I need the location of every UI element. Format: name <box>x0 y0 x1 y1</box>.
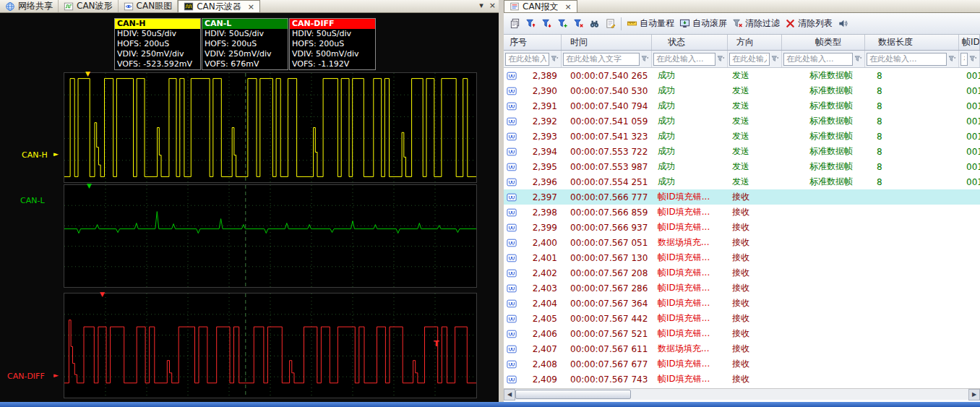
table-row[interactable]: 2,38900:00:07.540 265成功发送标准数据帧8001 1 <box>504 68 980 83</box>
filter-input-dir[interactable] <box>729 53 770 66</box>
column-header-dir[interactable]: 方向 <box>728 35 782 50</box>
pane-close-icon[interactable]: × <box>489 1 496 10</box>
sound-button[interactable] <box>838 18 848 29</box>
filter-down-button[interactable] <box>541 18 552 29</box>
note-button[interactable] <box>605 18 616 29</box>
filter-input-seq[interactable] <box>505 53 549 66</box>
cell-frame-id: 001 1 <box>959 159 980 174</box>
binoculars-icon <box>589 18 600 29</box>
cell-frame-type <box>782 326 865 341</box>
cell-frame-type <box>782 356 865 372</box>
tab-network-share[interactable]: 网络共享 <box>0 0 59 12</box>
horizontal-scrollbar[interactable]: ◀ ▶ <box>504 388 980 400</box>
column-header-status[interactable]: 状态 <box>652 35 728 50</box>
table-row[interactable]: 2,39600:00:07.554 251成功发送标准数据帧8001 1 <box>504 174 980 189</box>
table-row[interactable]: 2,40200:00:07.567 208帧ID填充错...接收 <box>504 265 980 280</box>
table-row[interactable]: 2,40700:00:07.567 611数据场填充...接收 <box>504 341 980 356</box>
table-row[interactable]: 2,39400:00:07.553 722成功发送标准数据帧8001 1 <box>504 144 980 159</box>
tab-menu-icon[interactable]: ▾ <box>479 1 483 10</box>
table-row[interactable]: 2,40300:00:07.567 286帧ID填充错...接收 <box>504 280 980 296</box>
auto-scroll-button[interactable]: 自动滚屏 <box>679 17 727 30</box>
cell-direction: 接收 <box>728 341 782 356</box>
table-row[interactable]: 2,40100:00:07.567 130帧ID填充错...接收 <box>504 250 980 265</box>
scroll-left-button[interactable]: ◀ <box>504 389 515 400</box>
table-row[interactable]: 2,40800:00:07.567 677帧ID填充错...接收 <box>504 356 980 372</box>
filter-up-button[interactable] <box>525 18 536 29</box>
cell-frame-id <box>959 205 980 220</box>
table-row[interactable]: 2,39900:00:07.566 937帧ID填充错...接收 <box>504 220 980 235</box>
filter-input-time[interactable] <box>563 53 640 66</box>
filter-funnel-icon[interactable] <box>716 54 726 64</box>
trigger-marker-can-h[interactable]: ▼ <box>85 71 90 77</box>
scrollbar-thumb[interactable] <box>515 390 631 399</box>
trigger-level-marker[interactable]: T <box>434 340 439 348</box>
table-row[interactable]: 2,39500:00:07.553 987成功发送标准数据帧8001 1 <box>504 159 980 174</box>
filter-remove-button[interactable] <box>573 18 584 29</box>
auto-range-button[interactable]: 自动量程 <box>627 17 674 30</box>
table-row[interactable]: 2,39800:00:07.566 859帧ID填充错...接收 <box>504 205 980 220</box>
ruler-icon <box>627 18 637 29</box>
table-row[interactable]: 2,39300:00:07.541 323成功发送标准数据帧8001 1 <box>504 129 980 144</box>
filter-funnel-icon[interactable] <box>968 54 978 64</box>
cell-status: 成功 <box>652 68 728 83</box>
device-icon <box>507 223 517 233</box>
column-header-type[interactable]: 帧类型 <box>782 35 865 50</box>
table-row[interactable]: 2,40500:00:07.567 442帧ID填充错...接收 <box>504 311 980 326</box>
tab-label: 网络共享 <box>18 0 53 12</box>
filter-funnel-icon[interactable] <box>947 54 957 64</box>
search-button[interactable] <box>589 18 600 29</box>
scrollbar-track[interactable] <box>515 389 968 400</box>
table-row[interactable]: 2,39100:00:07.540 794成功发送标准数据帧8001 1 <box>504 98 980 113</box>
filter-funnel-icon[interactable] <box>550 54 559 64</box>
filter-cell-type <box>782 51 865 67</box>
cell-data-length: 8 <box>865 113 959 129</box>
filter-input-status[interactable] <box>653 53 715 66</box>
cell-time: 00:00:07.566 859 <box>562 205 652 220</box>
table-row[interactable]: 2,39000:00:07.540 530成功发送标准数据帧8001 1 <box>504 83 980 98</box>
column-header-seq[interactable]: 序号 <box>504 35 562 50</box>
filter-funnel-icon[interactable] <box>770 54 780 64</box>
tab-can-eye[interactable]: CAN眼图 <box>119 0 179 12</box>
cell-frame-id <box>959 265 980 280</box>
trigger-marker-can-diff[interactable]: ▼ <box>100 291 105 298</box>
channel-setting: VDIV: 500mV/div <box>290 49 375 59</box>
trigger-marker-can-l[interactable]: ▼ <box>87 183 92 189</box>
filter-funnel-icon[interactable] <box>640 54 650 64</box>
table-row[interactable]: 2,40400:00:07.567 364帧ID填充错...接收 <box>504 296 980 311</box>
cell-frame-type: 标准数据帧 <box>782 98 865 113</box>
copy-button[interactable] <box>510 18 520 29</box>
cell-direction: 接收 <box>728 311 782 326</box>
cell-direction: 发送 <box>728 129 782 144</box>
cell-time: 00:00:07.541 059 <box>562 113 652 129</box>
pane-splitter[interactable] <box>499 0 504 402</box>
filter-input-len[interactable] <box>867 53 947 66</box>
channel-setting: VOFS: -1.192V <box>290 59 375 69</box>
filter-input-id[interactable] <box>960 53 968 66</box>
tab-close-icon[interactable]: × <box>565 2 572 12</box>
clear-list-button[interactable]: 清除列表 <box>785 17 833 30</box>
column-header-len[interactable]: 数据长度 <box>865 35 959 50</box>
filter-input-type[interactable] <box>783 53 853 66</box>
table-row[interactable]: 2,40900:00:07.567 743帧ID填充错...接收 <box>504 372 980 387</box>
scroll-right-button[interactable]: ▶ <box>968 389 980 400</box>
column-header-id[interactable]: 帧ID <box>959 35 980 50</box>
filter-funnel-icon[interactable] <box>854 54 863 64</box>
table-row[interactable]: 2,40000:00:07.567 051数据场填充...接收 <box>504 235 980 250</box>
trace-arrow-can-h: ► <box>53 150 59 158</box>
table-row[interactable]: 2,40600:00:07.567 521帧ID填充错...接收 <box>504 326 980 341</box>
cell-frame-id: 001 1 <box>959 68 980 83</box>
cell-frame-type <box>782 189 865 205</box>
tab-close-icon[interactable]: × <box>248 2 254 12</box>
tab-can-waveform[interactable]: CAN波形 <box>59 0 119 12</box>
screen-icon <box>679 18 690 29</box>
cell-seq: 2,390 <box>504 83 562 98</box>
filter-add-button[interactable] <box>557 18 568 29</box>
tab-can-scope[interactable]: CAN示波器× <box>178 0 260 12</box>
clear-filter-button[interactable]: 清除过滤 <box>732 17 780 30</box>
column-header-time[interactable]: 时间 <box>562 35 652 50</box>
channel-title: CAN-L <box>202 19 288 29</box>
table-row[interactable]: 2,39200:00:07.541 059成功发送标准数据帧8001 1 <box>504 113 980 129</box>
table-row[interactable]: 2,39700:00:07.566 777帧ID填充错...接收 <box>504 189 980 205</box>
channel-setting: HOFS: 200uS <box>115 39 200 49</box>
tab-can-messages[interactable]: CAN报文 × <box>504 0 577 12</box>
